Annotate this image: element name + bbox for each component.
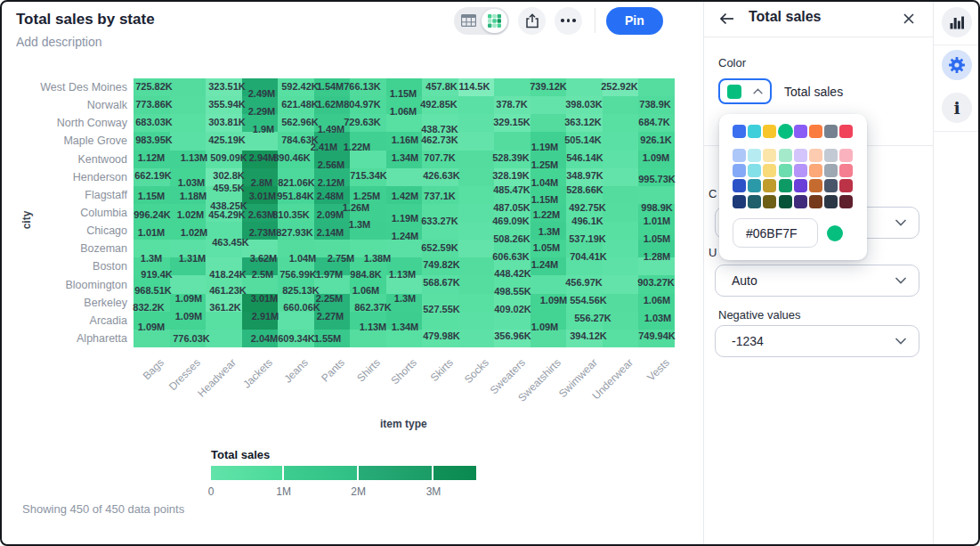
table-view-button[interactable] xyxy=(456,9,482,33)
palette-swatch[interactable] xyxy=(748,149,761,162)
settings-button[interactable] xyxy=(942,50,972,80)
hex-color-preview-dot[interactable] xyxy=(827,225,843,241)
heatmap-cell[interactable] xyxy=(603,222,639,240)
palette-swatch[interactable] xyxy=(839,179,853,192)
palette-swatch[interactable] xyxy=(809,125,822,138)
heatmap-cell[interactable] xyxy=(530,114,567,133)
palette-swatch[interactable] xyxy=(763,125,776,138)
heatmap-cell[interactable] xyxy=(603,204,639,223)
heatmap-cell[interactable] xyxy=(386,240,423,258)
heatmap-cell[interactable] xyxy=(206,330,242,348)
heatmap-cell[interactable] xyxy=(638,78,675,97)
heatmap-cell[interactable] xyxy=(170,275,207,294)
palette-swatch[interactable] xyxy=(809,179,822,192)
palette-swatch[interactable] xyxy=(824,179,838,192)
heatmap-cell[interactable] xyxy=(458,151,495,169)
heatmap-cell[interactable] xyxy=(603,257,639,276)
palette-swatch[interactable] xyxy=(839,164,853,177)
palette-swatch[interactable] xyxy=(779,195,792,208)
close-panel-button[interactable] xyxy=(897,7,920,30)
heatmap-view-button[interactable] xyxy=(482,9,507,33)
heatmap-cell[interactable] xyxy=(170,96,207,115)
palette-swatch[interactable] xyxy=(824,149,838,162)
palette-swatch[interactable] xyxy=(733,125,746,138)
heatmap-cell[interactable] xyxy=(494,78,530,97)
more-options-button[interactable] xyxy=(555,7,582,35)
chart-config-button[interactable] xyxy=(942,7,972,37)
palette-swatch[interactable] xyxy=(809,164,822,177)
palette-swatch[interactable] xyxy=(779,164,792,177)
heatmap-cell[interactable] xyxy=(603,151,639,169)
palette-swatch[interactable] xyxy=(794,195,807,208)
add-description-link[interactable]: Add description xyxy=(16,35,102,49)
heatmap-cell[interactable] xyxy=(603,168,639,187)
heatmap-cell[interactable] xyxy=(458,275,495,294)
palette-swatch[interactable] xyxy=(794,125,807,138)
palette-swatch[interactable] xyxy=(839,195,853,208)
heatmap-cell[interactable] xyxy=(530,275,567,294)
heatmap-cell[interactable] xyxy=(603,186,639,205)
pin-button[interactable]: Pin xyxy=(606,7,663,35)
palette-swatch[interactable] xyxy=(839,149,853,162)
heatmap-cell[interactable] xyxy=(603,240,639,258)
negative-values-dropdown[interactable]: -1234 xyxy=(715,325,919,357)
palette-swatch[interactable] xyxy=(794,149,807,162)
heatmap-cell[interactable] xyxy=(170,132,207,151)
palette-swatch[interactable] xyxy=(779,179,792,192)
palette-swatch[interactable] xyxy=(779,149,792,162)
heatmap-cell[interactable] xyxy=(386,114,423,133)
heatmap-cell[interactable] xyxy=(170,114,207,133)
palette-swatch[interactable] xyxy=(733,195,746,208)
heatmap-cell[interactable] xyxy=(350,151,386,169)
palette-swatch[interactable] xyxy=(763,164,776,177)
palette-swatch[interactable] xyxy=(733,164,746,177)
heatmap-cell[interactable] xyxy=(458,168,495,187)
palette-swatch[interactable] xyxy=(763,179,776,192)
palette-swatch[interactable] xyxy=(763,149,776,162)
palette-swatch[interactable] xyxy=(733,179,746,192)
heatmap-cell[interactable] xyxy=(530,96,567,115)
heatmap-cell[interactable] xyxy=(278,312,314,330)
palette-swatch[interactable] xyxy=(763,195,776,208)
palette-swatch[interactable] xyxy=(748,164,761,177)
heatmap-cell[interactable] xyxy=(458,204,495,223)
heatmap-cell[interactable] xyxy=(458,294,495,313)
back-button[interactable] xyxy=(715,6,740,31)
palette-swatch[interactable] xyxy=(748,179,761,192)
palette-swatch[interactable] xyxy=(794,164,807,177)
heatmap-cell[interactable] xyxy=(458,257,495,276)
heatmap-cell[interactable] xyxy=(603,114,639,133)
heatmap-cell[interactable] xyxy=(458,240,495,258)
palette-swatch-selected[interactable] xyxy=(778,124,793,139)
heatmap-cell[interactable] xyxy=(603,96,639,115)
units-dropdown[interactable]: Auto xyxy=(715,265,919,297)
palette-swatch[interactable] xyxy=(824,195,838,208)
heatmap-cell[interactable] xyxy=(603,132,639,151)
heatmap-cell[interactable] xyxy=(170,78,207,97)
heatmap-cell[interactable] xyxy=(206,312,242,330)
share-button[interactable] xyxy=(518,7,546,35)
palette-swatch[interactable] xyxy=(839,125,853,138)
heatmap-cell[interactable] xyxy=(458,132,495,151)
hex-color-input[interactable] xyxy=(733,218,818,248)
heatmap-cell[interactable] xyxy=(458,222,495,240)
heatmap-cell[interactable] xyxy=(458,96,495,115)
palette-swatch[interactable] xyxy=(748,125,761,138)
palette-swatch[interactable] xyxy=(824,164,838,177)
color-swatch-button[interactable] xyxy=(718,78,772,104)
palette-swatch[interactable] xyxy=(794,179,807,192)
heatmap-cell[interactable] xyxy=(458,330,495,348)
heatmap-cell[interactable] xyxy=(458,114,495,133)
heatmap-cell[interactable] xyxy=(603,275,639,294)
heatmap-cell[interactable] xyxy=(458,186,495,205)
palette-swatch[interactable] xyxy=(809,149,822,162)
heatmap-cell[interactable] xyxy=(603,294,639,313)
heatmap-cell[interactable] xyxy=(458,312,495,330)
palette-swatch[interactable] xyxy=(824,125,838,138)
info-button[interactable]: i xyxy=(942,93,972,123)
heatmap-cell[interactable] xyxy=(603,330,639,348)
palette-swatch[interactable] xyxy=(748,195,761,208)
palette-swatch[interactable] xyxy=(809,195,822,208)
heatmap-cell[interactable] xyxy=(494,132,530,151)
heatmap-cell[interactable] xyxy=(566,78,603,97)
